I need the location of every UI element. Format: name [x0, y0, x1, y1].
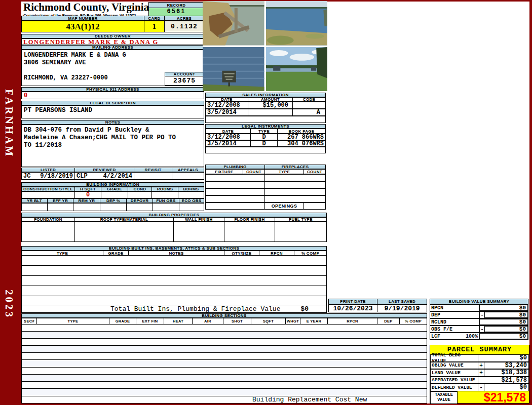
vs-op: -	[480, 326, 485, 333]
physical-911-label: PHYSICAL 911 ADDRESS	[21, 87, 204, 92]
legal-description-value: PT PEARSONS ISLAND	[21, 105, 204, 118]
sales-row-date: 3/5/2014	[205, 109, 248, 116]
reviewed-header: REVIEWED	[75, 168, 134, 172]
sales-row-code: A	[293, 109, 326, 116]
acres-label: ACRES	[165, 16, 204, 21]
depovr-header: DEPOVR	[127, 198, 153, 203]
instr-row-date: 3/5/2014	[205, 140, 251, 147]
taxable-label: TAXABLE	[435, 392, 453, 397]
builtins-total-label: Total Built Ins, Plumbing & Fireplace Va…	[110, 305, 280, 313]
ps-op: +	[478, 362, 484, 370]
ps-label: APPRAISED VALUE	[430, 377, 478, 384]
ecoobs-value	[179, 203, 204, 211]
fuel-type-header: FUEL TYPE	[275, 217, 327, 222]
bdrms-value	[178, 191, 204, 198]
ecoobs-header: ECO OBS	[179, 198, 204, 203]
hsqft-value: 0	[75, 191, 101, 198]
builtins-total-value: $0	[300, 305, 309, 313]
instr-row-bookpage: 267 866WRS	[278, 134, 326, 140]
empty-row	[205, 188, 265, 195]
ps-value: $0	[484, 384, 529, 391]
floor-finish-value	[224, 222, 275, 242]
instr-row-bookpage: 304 076WRS	[278, 140, 326, 147]
builtins-title: BUILDING BUILT INS, BASEMENTS, ATTICS & …	[21, 246, 327, 251]
openings-value	[304, 202, 326, 210]
mailing-line-2: 3806 SEMINARY AVE	[24, 59, 204, 67]
rooms-header: ROOMS	[152, 187, 178, 191]
record-value: 6561	[148, 8, 204, 16]
cond-value	[128, 191, 152, 198]
yrblt-header: YR BLT	[21, 198, 48, 203]
listed-header: LISTED	[21, 168, 75, 172]
value-summary-title: BUILDING VALUE SUMMARY	[430, 299, 528, 304]
hsqft-header: H SQFT	[75, 187, 101, 191]
builtins-notes-header: NOTES	[129, 251, 224, 256]
roof-header: ROOF TYPE/MATERIAL	[75, 217, 174, 222]
revisit-value	[134, 172, 172, 180]
acres-value: 0.1132	[165, 21, 204, 32]
appeals-header: APPEALS	[172, 168, 204, 172]
notes-line-1: DB 304-076 from David P Buckley &	[24, 127, 204, 134]
vs-value: $0	[480, 304, 528, 311]
remyr-header: REM YR	[73, 198, 100, 203]
vs-value: $0	[480, 333, 528, 340]
ps-label: TOTAL BLDG VALUE	[430, 354, 478, 362]
wall-finish-header: WALL FINISH	[174, 217, 224, 222]
builtins-comp-header: % COMP	[294, 251, 327, 256]
vs-label: DEP	[430, 311, 480, 318]
plumbing-count-header: COUNT	[243, 169, 265, 174]
map-number-value: 43A(1)12	[21, 21, 144, 32]
empty-row	[22, 266, 326, 276]
sales-date-header: DATE	[205, 97, 248, 102]
empty-row	[22, 368, 427, 375]
building-sections-title: BUILDING SECTIONS	[21, 313, 427, 318]
building-properties-title: BUILDING PROPERTIES	[21, 213, 327, 217]
legal-description-label: LEGAL DESCRIPTION	[21, 101, 204, 105]
wall-finish-value	[174, 222, 224, 242]
sec-col-header: DEP	[377, 318, 400, 325]
mailing-line-1: LONGENDERFER MARK E & DANA G	[24, 52, 204, 59]
replacement-cost-label: Building Replacement Cost New	[21, 396, 427, 403]
ps-label: OBLDG VALUE	[430, 362, 478, 370]
vs-label: RCLND	[430, 318, 480, 326]
record-label: RECORD	[148, 2, 204, 8]
physical-911-value: 0	[21, 92, 204, 99]
floor-finish-header: FLOOR FINISH	[224, 217, 275, 222]
reviewed-by: CLP	[77, 173, 88, 180]
ps-value: $21,578	[478, 377, 529, 384]
empty-row	[22, 339, 427, 346]
vs-label: LCF	[431, 334, 440, 339]
sec-col-header: SQFT	[251, 318, 286, 325]
effyr-value	[48, 203, 73, 211]
ps-label: LAND VALUE	[430, 369, 478, 377]
sec-col-header: AIR	[193, 318, 223, 325]
effyr-header: EFF YR	[48, 198, 73, 203]
remyr-value	[73, 203, 100, 211]
instr-bookpage-header: BOOK PAGE	[278, 129, 326, 134]
fuel-type-value	[275, 222, 327, 242]
empty-row	[265, 188, 326, 195]
instr-row-type: D	[251, 140, 278, 147]
depovr-value	[127, 203, 153, 211]
listed-by: JC	[23, 173, 30, 180]
sales-amount-header: AMOUNT	[248, 97, 293, 102]
fireplaces-title: FIREPLACES	[265, 165, 326, 169]
vs-label: RPCN	[430, 304, 480, 311]
empty-row	[22, 382, 427, 389]
ps-value: $18,338	[484, 369, 529, 377]
empty-row	[22, 325, 427, 332]
district-label: FARNHAM	[3, 89, 15, 158]
shoreline-erosion-photo	[203, 1, 264, 46]
instr-row-type: D	[251, 134, 278, 140]
foundation-value	[21, 222, 75, 242]
empty-row	[22, 286, 326, 296]
map-number-label: MAP NUMBER	[21, 16, 144, 21]
sec-col-header: SEC#	[21, 318, 37, 325]
taxable-value: $21,578	[458, 391, 529, 404]
sales-info-title: SALES INFORMATION	[205, 93, 326, 97]
plumbing-fixture-header: FIXTURE	[205, 169, 243, 174]
empty-row	[205, 147, 326, 153]
notes-line-2: Madeleine A Chasen;CHG MAIL TO PER PO TO	[24, 134, 204, 142]
ps-label: DEFERRED VALUE	[430, 384, 478, 391]
empty-row	[22, 346, 427, 353]
